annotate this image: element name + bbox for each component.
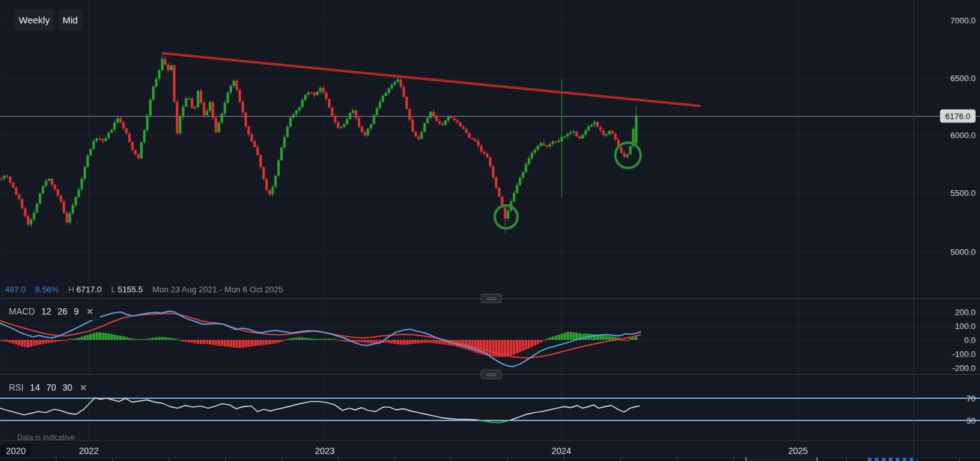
price-pane-canvas[interactable] bbox=[0, 0, 913, 298]
price-tick: 5500.0 bbox=[916, 188, 976, 198]
price-axis-divider bbox=[913, 0, 914, 457]
year-label-2022: 2022 bbox=[79, 446, 98, 456]
change-percent: 8.56% bbox=[36, 285, 59, 294]
time-scrollbar[interactable] bbox=[0, 457, 980, 461]
price-tick: 6000.0 bbox=[916, 131, 976, 140]
rsi-param-lower: 30 bbox=[63, 382, 73, 393]
chart-window: Weekly Mid 487.0 8.56% H 6717.0 L 5155.5… bbox=[0, 0, 980, 461]
rsi-tick: 30 bbox=[916, 416, 976, 425]
interval-button[interactable]: Weekly bbox=[14, 10, 55, 30]
high-label: H bbox=[68, 285, 74, 294]
pane-resize-handle-icon[interactable] bbox=[481, 370, 502, 379]
low-value: 5155.5 bbox=[118, 285, 143, 294]
macd-tick: 100.0 bbox=[916, 321, 976, 331]
macd-name: MACD bbox=[9, 306, 35, 316]
macd-indicator-chip[interactable]: MACD 12 26 9 ✕ bbox=[2, 302, 100, 320]
macd-tick: 200.0 bbox=[916, 308, 976, 317]
close-icon[interactable]: ✕ bbox=[86, 307, 93, 316]
rsi-param-upper: 70 bbox=[46, 382, 56, 393]
provider-logo-partial bbox=[868, 458, 917, 461]
macd-tick: 0.0 bbox=[916, 335, 976, 345]
price-tick: 7000.0 bbox=[916, 16, 976, 25]
year-label-2020: 2020 bbox=[0, 445, 31, 457]
macd-param-slow: 26 bbox=[58, 306, 68, 316]
legend-bar: 487.0 8.56% H 6717.0 L 5155.5 Mon 23 Aug… bbox=[5, 285, 283, 294]
price-type-button[interactable]: Mid bbox=[58, 10, 82, 30]
current-price-label: 6176.0 bbox=[940, 110, 976, 123]
xaxis-divider bbox=[0, 440, 980, 441]
macd-tick: -100.0 bbox=[916, 349, 976, 359]
close-icon[interactable]: ✕ bbox=[80, 383, 87, 393]
rsi-indicator-chip[interactable]: RSI 14 70 30 ✕ bbox=[2, 379, 94, 396]
rsi-name: RSI bbox=[9, 382, 23, 393]
macd-tick: -200.0 bbox=[916, 363, 976, 373]
rsi-tick: 70 bbox=[916, 394, 976, 403]
data-indicative-note: Data is indicative bbox=[17, 433, 75, 442]
price-tick: 5000.0 bbox=[916, 247, 976, 257]
year-label-2024: 2024 bbox=[551, 446, 571, 456]
rsi-param-length: 14 bbox=[30, 382, 40, 393]
high-value: 6717.0 bbox=[76, 285, 101, 294]
macd-param-fast: 12 bbox=[41, 306, 51, 316]
price-tick: 6500.0 bbox=[916, 74, 976, 83]
period-high: H 6717.0 bbox=[68, 285, 101, 294]
rsi-pane-canvas[interactable] bbox=[0, 379, 913, 441]
macd-pane-canvas[interactable] bbox=[0, 303, 913, 374]
pane-resize-handle-icon[interactable] bbox=[481, 294, 502, 303]
period-low: L 5155.5 bbox=[111, 285, 143, 294]
macd-param-signal: 9 bbox=[74, 306, 79, 316]
year-label-2023: 2023 bbox=[315, 446, 334, 456]
change-value: 487.0 bbox=[5, 285, 26, 294]
low-label: L bbox=[111, 285, 115, 294]
year-label-2025: 2025 bbox=[788, 446, 807, 456]
time-scrollbar-handle[interactable] bbox=[745, 457, 818, 461]
date-range: Mon 23 Aug 2021 - Mon 6 Oct 2025 bbox=[152, 285, 283, 294]
